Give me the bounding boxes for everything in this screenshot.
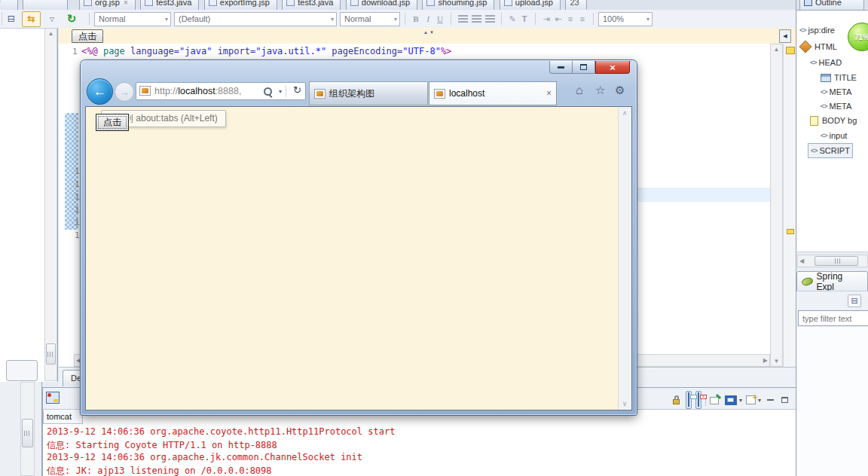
search-icon[interactable] xyxy=(264,87,272,96)
open-console-icon[interactable]: +▾ xyxy=(746,395,761,404)
scroll-up-icon[interactable]: ▲ xyxy=(45,30,57,37)
underline-button[interactable]: U xyxy=(434,14,446,23)
align-center-icon[interactable] xyxy=(469,15,483,23)
collapse-all-icon[interactable]: ⊟ xyxy=(848,294,861,307)
console-icon[interactable] xyxy=(46,392,60,404)
highlight-icon[interactable]: ✎ xyxy=(506,14,518,24)
annotation-marker[interactable] xyxy=(787,229,794,234)
chevron-down-icon[interactable]: ▾ xyxy=(279,88,282,95)
italic-button[interactable]: I xyxy=(422,14,434,23)
align-right-icon[interactable] xyxy=(483,15,497,23)
scroll-down-icon[interactable]: ▼ xyxy=(771,358,782,365)
maximize-button[interactable] xyxy=(573,61,595,74)
editor-tab[interactable]: org.jsp× xyxy=(79,0,136,11)
align-left-icon[interactable] xyxy=(456,15,469,23)
toolbar-separator xyxy=(501,13,502,25)
view-tab-fragment[interactable] xyxy=(23,0,68,11)
console-process-tab[interactable]: tomcat xyxy=(43,410,83,424)
spring-explorer-tab[interactable]: Spring Expl xyxy=(796,271,868,291)
address-bar[interactable]: http://localhost:8888, ▾ ↻ xyxy=(136,82,306,100)
editor-tab[interactable]: exportImg.jsp xyxy=(204,0,277,11)
paragraph-style-select[interactable]: Normal▾ xyxy=(94,12,171,26)
outline-item[interactable]: <>META xyxy=(821,99,851,113)
close-icon[interactable]: × xyxy=(124,0,128,7)
bottom-left-vscrollbar[interactable] xyxy=(20,382,35,476)
editor-tab[interactable]: 23 xyxy=(565,0,586,11)
scroll-up-icon[interactable]: ▲ xyxy=(771,46,782,53)
favorites-icon[interactable]: ☆ xyxy=(595,84,605,97)
left-tree-panel[interactable]: ▲ xyxy=(0,29,58,382)
outline-hscrollbar[interactable]: ◀ xyxy=(797,255,868,267)
chevron-down-icon[interactable]: ∨ xyxy=(619,400,631,407)
font-select[interactable]: (Default)▾ xyxy=(174,12,337,26)
editor-tab[interactable]: upload.jsp xyxy=(500,0,561,11)
page-vscrollbar[interactable]: ∧ ∨ xyxy=(618,107,631,410)
url-text[interactable]: http://localhost:8888, xyxy=(154,83,241,99)
text-style-icon[interactable]: T xyxy=(518,14,530,23)
editor-tab[interactable]: shouming.jsp xyxy=(422,0,494,11)
show-console-on-error-icon[interactable]: x xyxy=(695,391,701,409)
console-output[interactable]: tomcat 2013-9-12 14:06:36 org.apache.coy… xyxy=(43,409,796,476)
minimize-button[interactable] xyxy=(549,61,573,74)
design-button-widget[interactable]: 点击 xyxy=(72,29,103,43)
scroll-lock-icon[interactable] xyxy=(671,395,682,405)
show-console-on-output-icon[interactable] xyxy=(686,391,692,409)
minimize-view-icon[interactable] xyxy=(765,399,775,401)
browser-tab-active[interactable]: localhost× xyxy=(429,81,557,105)
home-icon[interactable]: ⌂ xyxy=(576,84,583,97)
browser-page[interactable]: 返回到 about:tabs (Alt+Left) 点击 ∧ ∨ xyxy=(85,106,632,410)
annotation-marker[interactable] xyxy=(786,47,795,54)
outline-item[interactable]: <>input xyxy=(821,129,847,142)
refresh-icon[interactable]: ↻ xyxy=(293,84,301,96)
scrollbar-thumb[interactable] xyxy=(22,419,33,447)
browser-window[interactable]: × ← → http://localhost:8888, ▾ ↻ 组织架构图 l… xyxy=(81,60,637,415)
outline-item[interactable]: <>jsp:dire xyxy=(799,23,835,37)
outline-item[interactable]: <>HEAD xyxy=(810,56,842,69)
pane-splitter-icon[interactable]: ▲▼ xyxy=(423,30,436,35)
sync-refresh-icon[interactable]: ↻ xyxy=(59,12,84,26)
collapse-all-icon[interactable]: ⊟ xyxy=(4,14,19,24)
outline-item[interactable]: HTML xyxy=(799,40,837,53)
spring-tree-area[interactable] xyxy=(797,327,868,476)
outline-view-tab[interactable]: Outline xyxy=(799,0,864,11)
editor-tab[interactable]: download.jsp xyxy=(346,0,417,11)
tab-close-icon[interactable]: × xyxy=(546,88,552,99)
left-panel-vscrollbar[interactable]: ▲ xyxy=(44,29,57,381)
pin-console-icon[interactable] xyxy=(710,395,721,405)
maximize-view-icon[interactable] xyxy=(779,397,790,403)
chevron-up-icon[interactable]: ∧ xyxy=(619,109,631,117)
display-console-icon[interactable]: ▾ xyxy=(725,395,742,405)
editor-vscrollbar[interactable]: ▲ ▼ xyxy=(770,44,783,367)
scrollbar-thumb[interactable] xyxy=(46,343,56,365)
corner-tab-fragment: ty xyxy=(0,0,18,11)
zoom-select[interactable]: 100%▾ xyxy=(598,12,653,26)
scrollbar-thumb[interactable] xyxy=(815,256,858,266)
forward-button[interactable]: → xyxy=(115,82,134,102)
close-button[interactable]: × xyxy=(595,61,630,74)
button-fragment[interactable] xyxy=(6,360,38,381)
browser-tab[interactable]: 组织架构图 xyxy=(309,81,428,105)
spring-filter-input[interactable]: type filter text xyxy=(798,310,868,326)
editor-tab[interactable]: test3.java xyxy=(282,0,341,11)
outline-item[interactable]: BODY bg xyxy=(810,114,857,127)
outline-item[interactable]: <>META xyxy=(821,85,851,99)
outline-item[interactable]: TITLE xyxy=(821,71,857,84)
indent-less-icon[interactable]: ⇤ xyxy=(552,14,564,24)
html-icon xyxy=(799,41,812,53)
overview-ruler[interactable] xyxy=(783,44,796,367)
editor-tab[interactable]: test3.java xyxy=(140,0,199,11)
scroll-right-icon[interactable]: ▶ xyxy=(763,355,768,366)
view-menu-icon[interactable]: ▽ xyxy=(45,16,59,23)
back-button[interactable]: ← xyxy=(87,78,113,105)
bullet-list-icon[interactable]: ≡ xyxy=(576,14,588,23)
bold-button[interactable]: B xyxy=(410,14,422,23)
page-click-button[interactable]: 点击 xyxy=(96,114,129,131)
indent-more-icon[interactable]: ⇥ xyxy=(540,14,552,24)
outline-item-selected[interactable]: <>SCRIPT xyxy=(808,143,853,158)
scroll-left-icon[interactable]: ◀ xyxy=(799,255,804,267)
collapse-pane-icon[interactable]: ◀ xyxy=(779,29,791,43)
link-with-editor-icon[interactable]: ⇆ xyxy=(22,11,41,27)
char-style-select[interactable]: Normal▾ xyxy=(340,12,400,26)
tools-gear-icon[interactable]: ⚙ xyxy=(615,84,625,97)
numbered-list-icon[interactable]: ≡ xyxy=(564,14,576,23)
